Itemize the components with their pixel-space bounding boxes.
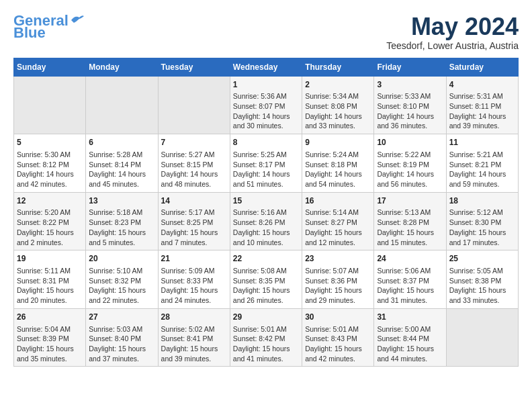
weekday-header-tuesday: Tuesday [158, 58, 230, 76]
calendar-cell: 27Sunrise: 5:03 AMSunset: 8:40 PMDayligh… [86, 308, 158, 367]
day-number: 14 [161, 195, 227, 207]
cell-sun-info: Sunrise: 5:16 AMSunset: 8:26 PMDaylight:… [233, 208, 299, 247]
calendar-week-row: 19Sunrise: 5:11 AMSunset: 8:31 PMDayligh… [14, 250, 519, 309]
cell-sun-info: Sunrise: 5:02 AMSunset: 8:41 PMDaylight:… [161, 324, 227, 364]
cell-sun-info: Sunrise: 5:14 AMSunset: 8:27 PMDaylight:… [305, 208, 371, 247]
calendar-cell [158, 76, 230, 134]
day-number: 13 [89, 195, 154, 207]
day-number: 26 [17, 312, 83, 323]
calendar-week-row: 26Sunrise: 5:04 AMSunset: 8:39 PMDayligh… [14, 308, 519, 367]
calendar-cell: 17Sunrise: 5:13 AMSunset: 8:28 PMDayligh… [374, 192, 446, 250]
cell-sun-info: Sunrise: 5:22 AMSunset: 8:19 PMDaylight:… [377, 150, 443, 189]
day-number: 5 [17, 137, 83, 148]
calendar-cell: 5Sunrise: 5:30 AMSunset: 8:12 PMDaylight… [14, 134, 86, 193]
calendar-cell: 14Sunrise: 5:17 AMSunset: 8:25 PMDayligh… [158, 192, 230, 250]
cell-sun-info: Sunrise: 5:08 AMSunset: 8:35 PMDaylight:… [233, 266, 299, 306]
calendar-cell: 29Sunrise: 5:01 AMSunset: 8:42 PMDayligh… [230, 308, 302, 367]
day-number: 27 [89, 312, 154, 323]
calendar-cell: 30Sunrise: 5:01 AMSunset: 8:43 PMDayligh… [302, 308, 374, 367]
cell-sun-info: Sunrise: 5:34 AMSunset: 8:08 PMDaylight:… [305, 91, 371, 131]
cell-sun-info: Sunrise: 5:00 AMSunset: 8:44 PMDaylight:… [377, 324, 443, 364]
weekday-header-thursday: Thursday [302, 58, 374, 76]
cell-sun-info: Sunrise: 5:28 AMSunset: 8:14 PMDaylight:… [89, 150, 154, 189]
cell-sun-info: Sunrise: 5:18 AMSunset: 8:23 PMDaylight:… [89, 208, 154, 247]
day-number: 20 [89, 253, 154, 265]
cell-sun-info: Sunrise: 5:17 AMSunset: 8:25 PMDaylight:… [161, 208, 227, 247]
day-number: 30 [305, 312, 371, 323]
day-number: 9 [305, 137, 371, 148]
cell-sun-info: Sunrise: 5:36 AMSunset: 8:07 PMDaylight:… [233, 91, 299, 131]
title-block: May 2024 Teesdorf, Lower Austria, Austri… [386, 13, 519, 51]
cell-sun-info: Sunrise: 5:10 AMSunset: 8:32 PMDaylight:… [89, 266, 154, 306]
month-year-title: May 2024 [386, 13, 519, 40]
calendar-cell: 18Sunrise: 5:12 AMSunset: 8:30 PMDayligh… [446, 192, 518, 250]
weekday-header-monday: Monday [86, 58, 158, 76]
cell-sun-info: Sunrise: 5:11 AMSunset: 8:31 PMDaylight:… [17, 266, 83, 306]
weekday-header-wednesday: Wednesday [230, 58, 302, 76]
day-number: 6 [89, 137, 154, 148]
calendar-cell: 15Sunrise: 5:16 AMSunset: 8:26 PMDayligh… [230, 192, 302, 250]
calendar-week-row: 5Sunrise: 5:30 AMSunset: 8:12 PMDaylight… [14, 134, 519, 193]
cell-sun-info: Sunrise: 5:31 AMSunset: 8:11 PMDaylight:… [449, 91, 515, 131]
calendar-table: SundayMondayTuesdayWednesdayThursdayFrid… [13, 58, 519, 367]
cell-sun-info: Sunrise: 5:21 AMSunset: 8:21 PMDaylight:… [449, 150, 515, 189]
location-subtitle: Teesdorf, Lower Austria, Austria [386, 40, 519, 51]
calendar-cell [86, 76, 158, 134]
weekday-header-row: SundayMondayTuesdayWednesdayThursdayFrid… [14, 58, 519, 76]
calendar-cell: 28Sunrise: 5:02 AMSunset: 8:41 PMDayligh… [158, 308, 230, 367]
cell-sun-info: Sunrise: 5:06 AMSunset: 8:37 PMDaylight:… [377, 266, 443, 306]
day-number: 29 [233, 312, 299, 323]
calendar-cell: 9Sunrise: 5:24 AMSunset: 8:18 PMDaylight… [302, 134, 374, 193]
day-number: 4 [449, 79, 515, 91]
cell-sun-info: Sunrise: 5:13 AMSunset: 8:28 PMDaylight:… [377, 208, 443, 247]
day-number: 15 [233, 195, 299, 207]
calendar-cell: 19Sunrise: 5:11 AMSunset: 8:31 PMDayligh… [14, 250, 86, 309]
calendar-cell: 2Sunrise: 5:34 AMSunset: 8:08 PMDaylight… [302, 76, 374, 134]
day-number: 24 [377, 253, 443, 265]
calendar-cell: 10Sunrise: 5:22 AMSunset: 8:19 PMDayligh… [374, 134, 446, 193]
day-number: 7 [161, 137, 227, 148]
day-number: 31 [377, 312, 443, 323]
calendar-cell: 1Sunrise: 5:36 AMSunset: 8:07 PMDaylight… [230, 76, 302, 134]
day-number: 18 [449, 195, 515, 207]
calendar-cell: 25Sunrise: 5:05 AMSunset: 8:38 PMDayligh… [446, 250, 518, 309]
calendar-cell: 13Sunrise: 5:18 AMSunset: 8:23 PMDayligh… [86, 192, 158, 250]
cell-sun-info: Sunrise: 5:03 AMSunset: 8:40 PMDaylight:… [89, 324, 154, 364]
day-number: 25 [449, 253, 515, 265]
calendar-week-row: 12Sunrise: 5:20 AMSunset: 8:22 PMDayligh… [14, 192, 519, 250]
calendar-cell: 8Sunrise: 5:25 AMSunset: 8:17 PMDaylight… [230, 134, 302, 193]
day-number: 21 [161, 253, 227, 265]
day-number: 12 [17, 195, 83, 207]
weekday-header-saturday: Saturday [446, 58, 518, 76]
weekday-header-friday: Friday [374, 58, 446, 76]
calendar-cell [446, 308, 518, 367]
logo-blue: Blue [13, 26, 46, 40]
calendar-cell [14, 76, 86, 134]
cell-sun-info: Sunrise: 5:01 AMSunset: 8:43 PMDaylight:… [305, 324, 371, 364]
day-number: 2 [305, 79, 371, 91]
day-number: 16 [305, 195, 371, 207]
day-number: 8 [233, 137, 299, 148]
cell-sun-info: Sunrise: 5:12 AMSunset: 8:30 PMDaylight:… [449, 208, 515, 247]
calendar-cell: 12Sunrise: 5:20 AMSunset: 8:22 PMDayligh… [14, 192, 86, 250]
day-number: 1 [233, 79, 299, 91]
day-number: 11 [449, 137, 515, 148]
calendar-cell: 22Sunrise: 5:08 AMSunset: 8:35 PMDayligh… [230, 250, 302, 309]
cell-sun-info: Sunrise: 5:07 AMSunset: 8:36 PMDaylight:… [305, 266, 371, 306]
cell-sun-info: Sunrise: 5:01 AMSunset: 8:42 PMDaylight:… [233, 324, 299, 364]
calendar-cell: 20Sunrise: 5:10 AMSunset: 8:32 PMDayligh… [86, 250, 158, 309]
cell-sun-info: Sunrise: 5:09 AMSunset: 8:33 PMDaylight:… [161, 266, 227, 306]
weekday-header-sunday: Sunday [14, 58, 86, 76]
calendar-week-row: 1Sunrise: 5:36 AMSunset: 8:07 PMDaylight… [14, 76, 519, 134]
calendar-cell: 23Sunrise: 5:07 AMSunset: 8:36 PMDayligh… [302, 250, 374, 309]
cell-sun-info: Sunrise: 5:20 AMSunset: 8:22 PMDaylight:… [17, 208, 83, 247]
logo-bird-icon [70, 13, 85, 26]
calendar-cell: 11Sunrise: 5:21 AMSunset: 8:21 PMDayligh… [446, 134, 518, 193]
cell-sun-info: Sunrise: 5:25 AMSunset: 8:17 PMDaylight:… [233, 150, 299, 189]
cell-sun-info: Sunrise: 5:33 AMSunset: 8:10 PMDaylight:… [377, 91, 443, 131]
cell-sun-info: Sunrise: 5:27 AMSunset: 8:15 PMDaylight:… [161, 150, 227, 189]
calendar-cell: 4Sunrise: 5:31 AMSunset: 8:11 PMDaylight… [446, 76, 518, 134]
logo: General Blue [13, 13, 85, 40]
calendar-cell: 7Sunrise: 5:27 AMSunset: 8:15 PMDaylight… [158, 134, 230, 193]
calendar-cell: 16Sunrise: 5:14 AMSunset: 8:27 PMDayligh… [302, 192, 374, 250]
